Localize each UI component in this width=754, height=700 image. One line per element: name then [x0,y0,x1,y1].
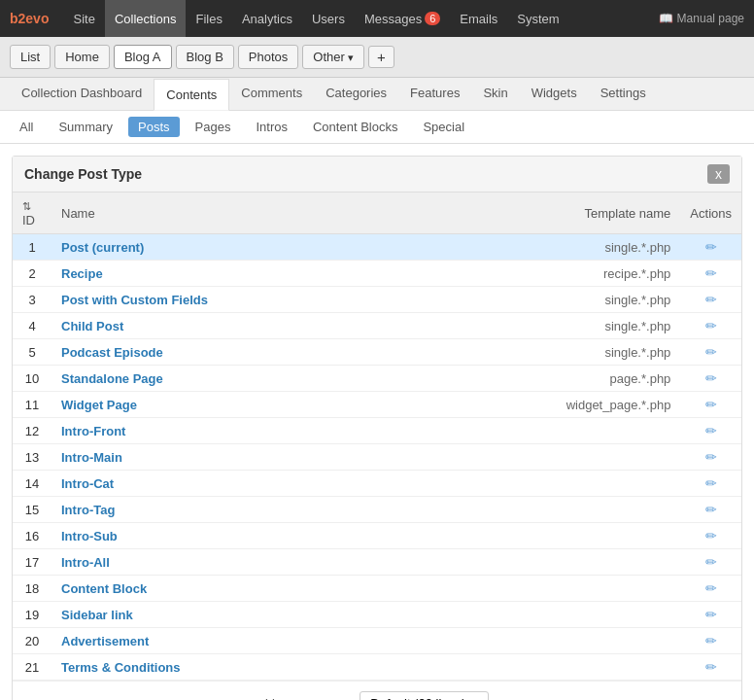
edit-icon[interactable]: ✏ [705,449,717,465]
post-type-link[interactable]: Child Post [61,319,123,333]
table-row: 19Sidebar link✏ [13,602,741,628]
cell-name: Terms & Conditions [51,654,525,681]
nav-messages[interactable]: Messages6 [355,0,450,37]
edit-icon[interactable]: ✏ [705,502,717,517]
cell-actions: ✏ [680,339,741,366]
tab-blog-b[interactable]: Blog B [176,45,234,69]
tab-blog-a[interactable]: Blog A [114,45,172,69]
messages-badge: 6 [425,12,440,25]
edit-icon[interactable]: ✏ [705,554,717,570]
cell-name: Intro-Main [51,444,525,471]
post-type-link[interactable]: Intro-Cat [61,476,114,491]
cell-name: Post (current) [51,234,525,261]
cell-id: 3 [13,287,51,313]
nav-collections[interactable]: Collections [105,0,187,37]
cell-actions: ✏ [680,366,741,392]
nav-files[interactable]: Files [186,0,231,37]
table-row: 10Standalone Pagepage.*.php✏ [13,366,741,392]
subtab-posts[interactable]: Posts [128,117,180,137]
close-button[interactable]: x [707,164,730,184]
subtab-all[interactable]: All [10,117,43,137]
subtab-intros[interactable]: Intros [246,117,297,137]
table-title: Change Post Type [24,166,142,182]
lines-per-page-select[interactable]: Default (20 lines) 10 lines 50 lines 100… [360,691,489,700]
edit-icon[interactable]: ✏ [705,607,717,622]
tab-list[interactable]: List [10,45,51,69]
edit-icon[interactable]: ✏ [705,318,717,333]
subtab-special[interactable]: Special [413,117,474,137]
edit-icon[interactable]: ✏ [705,633,717,648]
post-type-link[interactable]: Post (current) [61,240,144,255]
table-row: 18Content Block✏ [13,576,741,602]
post-type-link[interactable]: Advertisement [61,634,149,648]
cell-name: Intro-Front [51,418,525,444]
tab-collection-dashboard[interactable]: Collection Dashboard [10,78,154,110]
tab-features[interactable]: Features [398,78,471,110]
add-collection-button[interactable]: + [368,46,394,68]
subtab-pages[interactable]: Pages [186,117,241,137]
cell-actions: ✏ [680,418,741,444]
post-type-link[interactable]: Intro-All [61,555,110,570]
table-card-header: Change Post Type x [13,157,741,192]
tab-categories[interactable]: Categories [314,78,398,110]
post-type-link[interactable]: Standalone Page [61,371,163,386]
table-row: 4Child Postsingle.*.php✏ [13,313,741,339]
edit-icon[interactable]: ✏ [705,265,717,281]
cell-actions: ✏ [680,392,741,418]
collection-tabs: List Home Blog A Blog B Photos Other + [0,37,754,78]
tab-settings[interactable]: Settings [589,78,658,110]
post-type-link[interactable]: Content Block [61,581,147,596]
tab-comments[interactable]: Comments [229,78,314,110]
post-type-link[interactable]: Intro-Sub [61,529,118,543]
cell-template [525,628,680,654]
cell-template: single.*.php [525,339,680,366]
tab-home[interactable]: Home [54,45,110,69]
post-type-link[interactable]: Widget Page [61,398,137,412]
cell-id: 21 [13,654,51,681]
nav-analytics[interactable]: Analytics [232,0,302,37]
cell-template: widget_page.*.php [525,392,680,418]
tab-contents[interactable]: Contents [154,79,229,111]
edit-icon[interactable]: ✏ [705,292,717,307]
cell-actions: ✏ [680,523,741,549]
edit-icon[interactable]: ✏ [705,370,717,386]
post-type-link[interactable]: Podcast Episode [61,345,163,360]
manual-page-link[interactable]: 📖 Manual page [659,12,744,25]
edit-icon[interactable]: ✏ [705,659,717,675]
nav-users[interactable]: Users [302,0,355,37]
post-type-link[interactable]: Intro-Tag [61,503,115,517]
edit-icon[interactable]: ✏ [705,475,717,491]
post-type-link[interactable]: Recipe [61,266,103,281]
col-actions: Actions [680,192,741,234]
nav-emails[interactable]: Emails [450,0,507,37]
tab-photos[interactable]: Photos [238,45,298,69]
tab-widgets[interactable]: Widgets [520,78,589,110]
subtab-content-blocks[interactable]: Content Blocks [303,117,407,137]
edit-icon[interactable]: ✏ [705,580,717,596]
post-type-link[interactable]: Sidebar link [61,608,133,622]
post-type-link[interactable]: Intro-Front [61,424,125,438]
cell-template: single.*.php [525,234,680,261]
cell-name: Intro-Cat [51,471,525,497]
edit-icon[interactable]: ✏ [705,344,717,360]
cell-template [525,418,680,444]
lines-per-page-label: Lines per page: [265,696,353,700]
tab-other[interactable]: Other [302,45,364,69]
cell-id: 13 [13,444,51,471]
edit-icon[interactable]: ✏ [705,423,717,438]
subtab-summary[interactable]: Summary [49,117,122,137]
tab-skin[interactable]: Skin [471,78,519,110]
nav-system[interactable]: System [507,0,568,37]
cell-actions: ✏ [680,654,741,681]
edit-icon[interactable]: ✏ [705,397,717,412]
cell-name: Recipe [51,261,525,287]
cell-template [525,444,680,471]
cell-actions: ✏ [680,444,741,471]
post-type-link[interactable]: Terms & Conditions [61,660,181,675]
edit-icon[interactable]: ✏ [705,239,717,255]
nav-site[interactable]: Site [63,0,104,37]
post-type-link[interactable]: Intro-Main [61,450,122,465]
post-type-link[interactable]: Post with Custom Fields [61,293,208,307]
edit-icon[interactable]: ✏ [705,528,717,543]
cell-name: Standalone Page [51,366,525,392]
